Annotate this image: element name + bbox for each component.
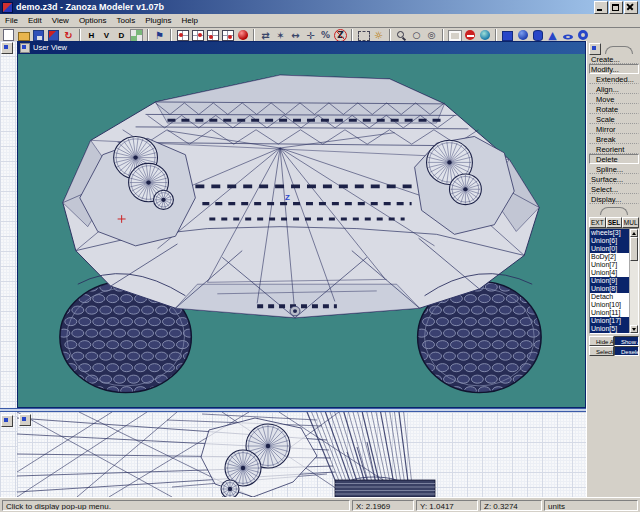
stretch-tool-button[interactable]: ↔ <box>288 29 303 42</box>
primitive-donut-button[interactable] <box>575 29 590 42</box>
grid-snap-button[interactable] <box>129 29 144 42</box>
tab-sel[interactable]: SEL <box>606 217 623 228</box>
main-viewport-canvas[interactable]: Z <box>18 54 585 407</box>
object-item[interactable]: Union[17] <box>590 317 630 325</box>
left-viewport-strip[interactable] <box>0 41 18 497</box>
toggle-diagonal-button[interactable]: D <box>114 29 129 42</box>
object-item[interactable]: BoDy[2] <box>590 253 630 261</box>
toggle-horizontal-button[interactable]: H <box>84 29 99 42</box>
panel-menu-icon[interactable] <box>589 43 601 55</box>
circle-target-tool-button[interactable]: ◎ <box>424 29 439 42</box>
primitive-cylinder-button[interactable] <box>530 29 545 42</box>
scroll-up-icon[interactable] <box>630 229 638 237</box>
cmd-reorient[interactable]: Reorient <box>589 144 639 154</box>
scroll-thumb[interactable] <box>630 237 638 261</box>
rollup-arc-top[interactable] <box>605 46 633 54</box>
primitive-cube-button[interactable] <box>500 29 515 42</box>
title-bar[interactable]: demo.z3d - Zanoza Modeler v1.07b <box>0 0 640 14</box>
viewport-mode-4-button[interactable] <box>220 29 235 42</box>
object-item[interactable]: Union[6] <box>590 237 630 245</box>
cmd-surface[interactable]: Surface... <box>589 174 639 184</box>
object-item[interactable]: Union[4] <box>590 269 630 277</box>
cmd-align[interactable]: Align... <box>589 84 639 94</box>
menu-file[interactable]: File <box>0 15 23 27</box>
axes-tool-button[interactable]: ✛ <box>303 29 318 42</box>
flag-tool-button[interactable]: ⚑ <box>152 29 167 42</box>
bottom-viewport-canvas[interactable] <box>17 412 587 497</box>
open-file-button[interactable] <box>16 29 31 42</box>
object-item[interactable]: Detach <box>590 293 630 301</box>
menu-view[interactable]: View <box>47 15 74 27</box>
toggle-vertical-button[interactable]: V <box>99 29 114 42</box>
primitive-cone-button[interactable]: ▲ <box>545 29 560 42</box>
primitive-sphere-button[interactable] <box>515 29 530 42</box>
cmd-create[interactable]: Create... <box>589 54 639 64</box>
z-axis-disabled-button[interactable]: Z <box>333 29 348 42</box>
light-tool-button[interactable]: ☼ <box>371 29 386 42</box>
cmd-rotate[interactable]: Rotate <box>589 104 639 114</box>
import-file-button[interactable] <box>46 29 61 42</box>
export-file-button[interactable]: ↻ <box>61 29 76 42</box>
mirror-percent-tool-button[interactable]: % <box>318 29 333 42</box>
disable-tool-button[interactable] <box>462 29 477 42</box>
toolbar-group <box>174 29 251 42</box>
menu-tools[interactable]: Tools <box>111 15 140 27</box>
cmd-scale[interactable]: Scale <box>589 114 639 124</box>
star-tool-button[interactable]: ✶ <box>273 29 288 42</box>
hide-all-button[interactable]: Hide All <box>589 336 614 346</box>
object-item[interactable]: Union[10] <box>590 301 630 309</box>
viewport-mode-2-button[interactable] <box>190 29 205 42</box>
viewport-title-bar[interactable]: User View <box>18 42 585 54</box>
command-list: Create...Modify...Extended...Align...Mov… <box>589 54 639 204</box>
object-item[interactable]: Union[5] <box>590 325 630 333</box>
viewport-menu-icon[interactable] <box>20 43 30 53</box>
viewport-mode-3-button[interactable] <box>205 29 220 42</box>
menu-options[interactable]: Options <box>74 15 112 27</box>
select-all-button[interactable]: Select All <box>589 346 614 356</box>
viewport-mode-1-button[interactable] <box>175 29 190 42</box>
object-item[interactable]: Union[9] <box>590 277 630 285</box>
save-file-button[interactable] <box>31 29 46 42</box>
scroll-down-icon[interactable] <box>630 325 638 333</box>
minimize-button[interactable] <box>594 1 608 14</box>
cmd-extended[interactable]: Extended... <box>589 74 639 84</box>
menu-plugins[interactable]: Plugins <box>140 15 176 27</box>
bottom-viewport-menu-icon[interactable] <box>19 414 31 426</box>
cmd-delete[interactable]: Delete <box>589 154 639 164</box>
object-item[interactable]: Union[7] <box>590 261 630 269</box>
cmd-select[interactable]: Select... <box>589 184 639 194</box>
left-viewport-menu-icon[interactable] <box>1 42 13 54</box>
circle-outline-tool-button[interactable]: ○ <box>409 29 424 42</box>
object-item[interactable]: Union[0] <box>590 245 630 253</box>
tab-mul[interactable]: MUL <box>622 217 639 228</box>
show-all-button[interactable]: Show All <box>614 336 639 346</box>
cmd-break[interactable]: Break <box>589 134 639 144</box>
object-item[interactable]: Union[11] <box>590 309 630 317</box>
bottom-viewport[interactable] <box>17 412 587 497</box>
swap-axes-tool-button[interactable]: ⇄ <box>258 29 273 42</box>
render-sphere-button[interactable] <box>235 29 250 42</box>
close-button[interactable] <box>624 1 638 14</box>
cmd-move[interactable]: Move <box>589 94 639 104</box>
zoom-tool-button[interactable] <box>394 29 409 42</box>
world-tool-button[interactable] <box>477 29 492 42</box>
cmd-display[interactable]: Display... <box>589 194 639 204</box>
viewport-mode-1-icon <box>177 30 189 41</box>
select-rectangle-button[interactable] <box>356 29 371 42</box>
object-item[interactable]: wheels[3] <box>590 229 630 237</box>
menu-edit[interactable]: Edit <box>23 15 47 27</box>
menu-help[interactable]: Help <box>176 15 202 27</box>
cmd-modify[interactable]: Modify... <box>589 64 639 74</box>
deselect-button[interactable]: Deselect <box>614 346 639 356</box>
lower-left-viewport-menu-icon[interactable] <box>1 415 13 427</box>
cmd-mirror[interactable]: Mirror <box>589 124 639 134</box>
maximize-button[interactable] <box>609 1 623 14</box>
new-file-button[interactable] <box>1 29 16 42</box>
list-scrollbar[interactable] <box>629 229 638 333</box>
rollup-arc-selection[interactable] <box>600 207 628 215</box>
tab-ext[interactable]: EXT <box>589 217 606 228</box>
cmd-spline[interactable]: Spline... <box>589 164 639 174</box>
frame-tool-button[interactable] <box>447 29 462 42</box>
primitive-torus-flat-button[interactable] <box>560 29 575 42</box>
object-item[interactable]: Union[8] <box>590 285 630 293</box>
